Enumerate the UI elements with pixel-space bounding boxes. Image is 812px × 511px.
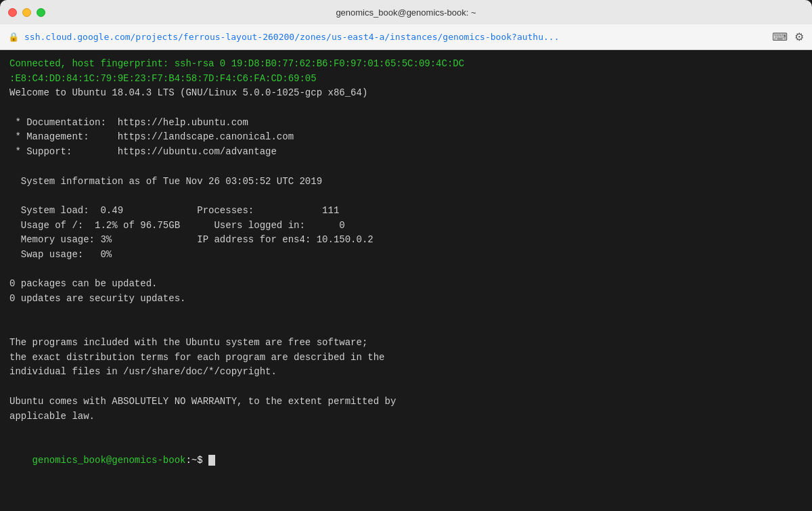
mgmt-line: * Management: https://landscape.canonica… [9,130,803,145]
welcome-line: Welcome to Ubuntu 18.04.3 LTS (GNU/Linux… [9,86,803,101]
warranty2: applicable law. [9,409,803,424]
prompt-line[interactable]: genomics_book@genomics-book:~$ [9,439,803,483]
traffic-lights [8,8,45,17]
blank-line4 [9,263,803,277]
memory-line: Memory usage: 3% IP address for ens4: 10… [9,233,803,248]
blank-line1 [9,101,803,116]
fingerprint-line2: :E8:C4:DD:84:1C:79:9E:23:F7:B4:58:7D:F4:… [9,72,803,87]
blank-line5 [9,307,803,321]
security-line: 0 updates are security updates. [9,292,803,307]
prompt-text: genomics_book@genomics-book [32,455,186,466]
window-title: genomics_book@genomics-book: ~ [336,7,476,18]
toolbar-right: ⌨ ⚙ [772,30,804,43]
close-button[interactable] [8,8,17,17]
blank-line8 [9,424,803,439]
warranty1: Ubuntu comes with ABSOLUTELY NO WARRANTY… [9,395,803,409]
maximize-button[interactable] [37,8,45,17]
swap-line: Swap usage: 0% [9,248,803,263]
url-field[interactable]: ssh.cloud.google.com/projects/ferrous-la… [24,32,767,42]
free-software2: the exact distribution terms for each pr… [9,351,803,365]
doc-line: * Documentation: https://help.ubuntu.com [9,116,803,131]
title-bar: genomics_book@genomics-book: ~ [0,0,812,24]
free-software1: The programs included with the Ubuntu sy… [9,336,803,351]
prompt-suffix: :~$ [185,455,208,466]
blank-line7 [9,380,803,395]
lock-icon: 🔒 [8,32,19,42]
fingerprint-line1: Connected, host fingerprint: ssh-rsa 0 1… [9,57,803,72]
terminal-output[interactable]: Connected, host fingerprint: ssh-rsa 0 1… [0,50,812,511]
minimize-button[interactable] [22,8,31,17]
blank-line2 [9,160,803,175]
free-software3: individual files in /usr/share/doc/*/cop… [9,365,803,380]
url-bar: 🔒 ssh.cloud.google.com/projects/ferrous-… [0,24,812,50]
packages-line: 0 packages can be updated. [9,277,803,292]
support-line: * Support: https://ubuntu.com/advantage [9,145,803,160]
sysinfo-line: System information as of Tue Nov 26 03:0… [9,175,803,190]
usage-line: Usage of /: 1.2% of 96.75GB Users logged… [9,219,803,234]
keyboard-icon[interactable]: ⌨ [772,30,788,43]
blank-line6 [9,321,803,336]
load-line: System load: 0.49 Processes: 111 [9,204,803,219]
blank-line3 [9,189,803,204]
settings-icon[interactable]: ⚙ [794,30,804,43]
terminal-cursor [208,455,215,466]
